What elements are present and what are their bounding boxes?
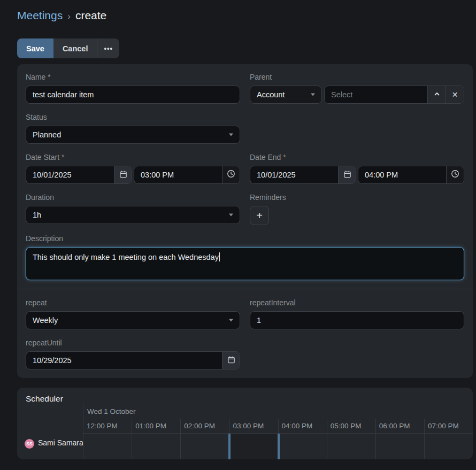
name-label: Name * xyxy=(26,72,240,82)
chevron-down-icon xyxy=(311,94,315,96)
name-field: Name * xyxy=(26,72,240,104)
status-select[interactable]: Planned xyxy=(26,126,240,144)
parent-field: Parent Account ✕ xyxy=(250,72,464,104)
date-start-field: Date Start * xyxy=(26,144,240,184)
scheduler-cell[interactable] xyxy=(278,434,327,459)
date-start-time-button[interactable] xyxy=(222,166,240,183)
time-slot-label: 03:00 PM xyxy=(229,419,278,433)
date-start-time-input[interactable] xyxy=(134,166,222,183)
scheduler-day-header-row: Wed 1 October xyxy=(17,404,473,419)
chevron-down-icon xyxy=(229,319,233,322)
time-slot-label: 06:00 PM xyxy=(375,419,424,433)
date-start-date-input[interactable] xyxy=(26,166,114,183)
parent-select-input[interactable] xyxy=(325,86,427,103)
time-slot-label: 01:00 PM xyxy=(132,419,180,433)
date-end-date-input[interactable] xyxy=(250,166,338,183)
status-label: Status xyxy=(26,112,240,122)
scheduler-cell[interactable] xyxy=(229,434,278,459)
date-start-label: Date Start * xyxy=(26,152,240,162)
plus-icon: + xyxy=(256,210,263,221)
repeat-select[interactable]: Weekly xyxy=(26,311,240,329)
scheduler-time-header-row: 12:00 PM01:00 PM02:00 PM03:00 PM04:00 PM… xyxy=(17,419,473,434)
status-field: Status Planned xyxy=(26,104,240,144)
scheduler-cell[interactable] xyxy=(132,434,180,459)
scheduler-cell[interactable] xyxy=(375,434,424,459)
repeat-until-input[interactable] xyxy=(26,352,222,369)
description-field: Description This should only make 1 meet… xyxy=(26,234,464,280)
scheduler-day-header: Wed 1 October xyxy=(83,404,473,419)
repeat-until-field: repeatUntil xyxy=(26,329,240,369)
date-end-calendar-button[interactable] xyxy=(338,166,356,183)
chevron-down-icon xyxy=(229,134,233,136)
event-start-marker xyxy=(228,434,231,459)
repeat-interval-field: repeatInterval xyxy=(250,289,464,329)
parent-type-select[interactable]: Account xyxy=(250,86,322,104)
ellipsis-icon: ••• xyxy=(104,44,113,52)
scheduler-cell[interactable] xyxy=(83,434,132,459)
repeat-field: repeat Weekly xyxy=(26,289,240,329)
calendar-icon xyxy=(119,170,127,180)
text-cursor xyxy=(219,252,220,261)
scheduler-cell[interactable] xyxy=(180,434,229,459)
chevron-down-icon xyxy=(229,214,233,217)
date-end-time-button[interactable] xyxy=(446,166,464,183)
parent-select-button[interactable] xyxy=(427,86,446,103)
scheduler-cell[interactable] xyxy=(424,434,473,459)
repeat-label: repeat xyxy=(26,298,240,307)
clock-icon xyxy=(227,169,235,180)
name-input[interactable] xyxy=(26,86,240,104)
duration-label: Duration xyxy=(26,192,240,202)
avatar: SS xyxy=(25,439,34,449)
time-slot-label: 02:00 PM xyxy=(180,419,229,433)
calendar-icon xyxy=(227,356,235,366)
record-edit-panel: Name * Parent Account ✕ xyxy=(17,64,473,378)
event-end-marker xyxy=(278,434,280,459)
breadcrumb-meetings-link[interactable]: Meetings xyxy=(17,9,63,21)
page-title: create xyxy=(75,9,106,21)
repeat-until-label: repeatUntil xyxy=(26,338,240,348)
time-slot-label: 05:00 PM xyxy=(327,419,375,433)
scheduler-panel: Scheduler Wed 1 October 12:00 PM01:00 PM… xyxy=(17,388,473,459)
repeat-interval-label: repeatInterval xyxy=(250,298,464,307)
duration-select[interactable]: 1h xyxy=(26,206,240,224)
description-label: Description xyxy=(26,234,464,243)
scheduler-timeline xyxy=(83,434,473,459)
time-slot-label: 04:00 PM xyxy=(278,419,327,433)
repeat-interval-input[interactable] xyxy=(250,311,464,329)
time-slot-label: 07:00 PM xyxy=(424,419,473,433)
chevron-up-icon xyxy=(434,90,440,99)
reminders-field: Reminders + xyxy=(250,184,464,225)
cancel-button[interactable]: Cancel xyxy=(53,38,97,58)
date-end-time-input[interactable] xyxy=(358,166,446,183)
repeat-until-calendar-button[interactable] xyxy=(222,352,240,369)
reminders-label: Reminders xyxy=(250,192,464,202)
date-end-label: Date End * xyxy=(250,152,464,162)
time-slot-label: 12:00 PM xyxy=(83,419,132,433)
date-end-field: Date End * xyxy=(250,144,464,184)
attendee-row-label: SS Sami Samara xyxy=(17,434,83,459)
description-textarea[interactable]: This should only make 1 meeting on each … xyxy=(26,247,464,280)
add-reminder-button[interactable]: + xyxy=(250,206,269,225)
more-actions-button[interactable]: ••• xyxy=(97,38,119,58)
scheduler-cell[interactable] xyxy=(327,434,375,459)
calendar-icon xyxy=(343,170,351,180)
date-start-calendar-button[interactable] xyxy=(114,166,132,183)
breadcrumb: Meetings›create xyxy=(17,7,473,25)
duration-field: Duration 1h xyxy=(26,184,240,225)
parent-label: Parent xyxy=(250,72,464,82)
save-button[interactable]: Save xyxy=(17,38,53,58)
parent-clear-button[interactable]: ✕ xyxy=(446,86,464,103)
breadcrumb-separator: › xyxy=(67,11,71,21)
attendee-name: Sami Samara xyxy=(38,438,83,447)
scheduler-title: Scheduler xyxy=(17,388,473,404)
scheduler-time-header: 12:00 PM01:00 PM02:00 PM03:00 PM04:00 PM… xyxy=(83,419,473,434)
scheduler-body-row: SS Sami Samara xyxy=(17,434,473,459)
edit-toolbar: Save Cancel ••• xyxy=(17,38,119,58)
close-icon: ✕ xyxy=(452,90,458,99)
clock-icon xyxy=(451,169,459,180)
